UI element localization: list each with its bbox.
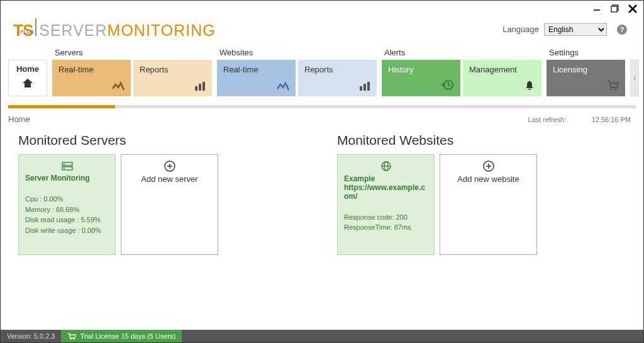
nav-alerts-management-label: Management — [469, 65, 517, 74]
svg-rect-9 — [364, 84, 366, 91]
svg-rect-2 — [611, 6, 617, 12]
logo-plus: PLUS — [20, 29, 33, 35]
nav-scroll-right[interactable]: › — [630, 60, 639, 96]
reports-icon — [359, 81, 370, 91]
website-response-time: ResponseTime: 87ms — [344, 222, 428, 233]
svg-point-17 — [64, 167, 65, 169]
reports-icon — [194, 81, 206, 91]
server-card[interactable]: Server Monitoring Cpu : 0.00% Memory : 6… — [18, 154, 116, 255]
realtime-icon — [112, 81, 125, 91]
nav-servers-reports[interactable]: Reports — [133, 60, 212, 96]
nav-servers-realtime-label: Real-time — [58, 65, 94, 74]
svg-point-13 — [615, 89, 617, 91]
nav-progress — [8, 105, 636, 108]
section-servers-title: Monitored Servers — [18, 133, 312, 148]
nav-settings-licensing-label: Licensing — [553, 65, 587, 74]
nav-group-alerts-label: Alerts — [382, 48, 541, 60]
website-card-url: https://www.example.com/ — [344, 183, 425, 201]
svg-rect-0 — [594, 9, 600, 11]
nav-group-websites-label: Websites — [217, 48, 377, 60]
language-select[interactable]: English — [544, 23, 607, 36]
nav-websites-realtime-label: Real-time — [223, 65, 258, 74]
add-website-label: Add new website — [447, 174, 530, 184]
server-memory: Memory : 68.68% — [25, 205, 109, 215]
last-refresh-label: Last refresh: — [528, 116, 566, 123]
home-icon — [11, 77, 44, 89]
status-license-text: Trial License 15 days (5 Users) — [80, 332, 175, 340]
logo-monitoring: MONITORING — [108, 21, 216, 40]
maximize-button[interactable] — [609, 3, 621, 14]
add-website-card[interactable]: Add new website — [440, 154, 537, 255]
server-disk-read: Disk read usage : 5.59% — [25, 215, 109, 225]
last-refresh-time: 12:56:16 PM — [592, 116, 631, 123]
section-websites-title: Monitored Websites — [337, 133, 631, 148]
website-card-name: Example — [344, 174, 375, 183]
nav-alerts-history-label: History — [388, 65, 413, 74]
breadcrumb: Home — [8, 115, 30, 124]
server-card-name: Server Monitoring — [25, 174, 109, 183]
plus-icon — [447, 160, 530, 172]
svg-rect-6 — [199, 84, 201, 91]
nav-servers-realtime[interactable]: Real-time — [52, 60, 131, 96]
add-server-label: Add new server — [128, 174, 211, 184]
cart-icon — [67, 332, 76, 340]
svg-point-12 — [611, 89, 613, 91]
add-server-card[interactable]: Add new server — [121, 154, 218, 255]
server-disk-write: Disk write usage : 0.00% — [25, 225, 109, 236]
nav-home-label: Home — [11, 64, 44, 74]
svg-point-28 — [74, 339, 75, 340]
nav-group-servers-label: Servers — [52, 48, 212, 60]
server-cpu: Cpu : 0.00% — [25, 194, 109, 205]
help-icon[interactable]: ? — [617, 25, 627, 35]
status-bar: Version: 5.0.2.3 Trial License 15 days (… — [1, 330, 643, 342]
server-icon — [25, 160, 109, 171]
plus-icon — [128, 160, 211, 172]
language-label: Language — [502, 25, 539, 34]
svg-rect-5 — [195, 86, 197, 91]
nav-alerts-management[interactable]: Management — [463, 60, 541, 96]
svg-point-16 — [64, 163, 65, 164]
svg-rect-10 — [367, 82, 370, 91]
nav-websites-reports-label: Reports — [304, 65, 333, 74]
nav-websites-realtime[interactable]: Real-time — [217, 60, 296, 96]
cart-icon — [606, 80, 619, 91]
globe-icon — [344, 160, 428, 172]
status-version: Version: 5.0.2.3 — [1, 330, 61, 342]
history-icon — [441, 79, 454, 91]
svg-point-27 — [70, 339, 72, 340]
nav-settings-licensing[interactable]: Licensing — [547, 60, 625, 96]
website-response-code: Response code: 200 — [344, 212, 428, 223]
svg-rect-8 — [360, 86, 362, 91]
logo-server: SERVER — [39, 21, 107, 40]
nav-websites-reports[interactable]: Reports — [298, 60, 377, 96]
nav-home[interactable]: Home — [8, 60, 47, 96]
close-button[interactable] — [627, 3, 638, 14]
website-card[interactable]: Example https://www.example.com/ Respons… — [337, 154, 435, 255]
minimize-button[interactable] — [592, 3, 603, 14]
nav-servers-reports-label: Reports — [140, 65, 169, 74]
nav-group-settings-label: Settings — [547, 48, 639, 60]
bell-icon — [524, 80, 535, 91]
realtime-icon — [277, 81, 289, 91]
svg-rect-7 — [203, 82, 205, 91]
nav-alerts-history[interactable]: History — [382, 60, 460, 96]
status-license[interactable]: Trial License 15 days (5 Users) — [61, 330, 182, 342]
app-logo: TS PLUS SERVER MONITORING — [13, 18, 216, 40]
